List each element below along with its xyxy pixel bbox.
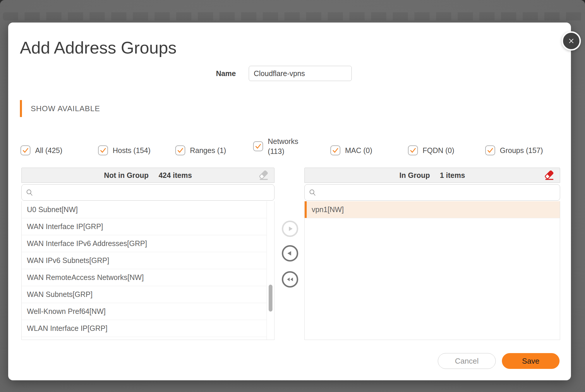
save-button-label: Save [522, 357, 539, 366]
list-item-label: WAN Subnets[GRP] [27, 290, 92, 299]
screen-background: Add Address Groups Name SHOW AVAILABLE A… [0, 0, 585, 392]
list-item-label: WAN Interface IPv6 Addresses[GRP] [27, 239, 147, 248]
in-group-list: vpn1[NW] [305, 201, 560, 340]
not-in-group-search [21, 184, 275, 201]
list-item-label: Well-Known Pref64[NW] [27, 307, 106, 316]
not-in-group-panel: Not in Group 424 items [21, 168, 275, 340]
list-item-label: WLAN Interface IP[GRP] [27, 324, 107, 333]
checkbox-checked-icon[interactable] [20, 145, 30, 155]
double-arrow-left-icon [286, 275, 294, 284]
filter-checkbox-item[interactable]: Hosts (154) [98, 132, 150, 169]
list-item-label: vpn1[NW] [312, 205, 344, 214]
close-button[interactable] [562, 31, 581, 51]
add-address-groups-dialog: Add Address Groups Name SHOW AVAILABLE A… [8, 23, 571, 380]
list-item[interactable]: WAN Subnets[GRP] [22, 286, 267, 303]
checkbox-checked-icon[interactable] [175, 145, 185, 155]
cancel-button-label: Cancel [455, 357, 479, 366]
name-label: Name [207, 69, 236, 78]
arrow-left-icon [286, 249, 294, 258]
in-group-search [304, 184, 560, 201]
filter-checkbox-item[interactable]: FQDN (0) [408, 132, 454, 169]
save-button[interactable]: Save [502, 353, 560, 369]
filter-checkbox-item[interactable]: Networks (113) [253, 128, 303, 164]
show-available-section: SHOW AVAILABLE [20, 100, 100, 117]
filter-checkbox-item[interactable]: Groups (157) [485, 132, 543, 169]
checkbox-checked-icon[interactable] [330, 145, 340, 155]
list-item-label: WAN Interface IP[GRP] [27, 222, 103, 231]
panel-title: Not in Group [104, 171, 149, 180]
panel-title: In Group [399, 171, 430, 180]
in-group-item[interactable]: vpn1[NW] [305, 201, 560, 218]
filter-row: All (425) Hosts (154) [8, 132, 571, 169]
filter-label: Ranges (1) [190, 146, 226, 155]
in-group-search-input[interactable] [316, 188, 560, 197]
filter-checkbox-item[interactable]: All (425) [20, 132, 62, 169]
checkbox-checked-icon[interactable] [485, 145, 495, 155]
list-item[interactable]: WLAN Interface IP[GRP] [22, 320, 267, 337]
checkbox-checked-icon[interactable] [408, 145, 418, 155]
move-all-left-button[interactable] [282, 271, 298, 288]
list-item[interactable]: U0 Subnet[NW] [22, 201, 267, 218]
section-title: SHOW AVAILABLE [31, 104, 100, 113]
section-accent-bar [20, 100, 22, 117]
filter-label: FQDN (0) [423, 146, 454, 155]
not-in-group-list-body: U0 Subnet[NW] WAN Interface IP[GRP] WAN … [21, 201, 275, 340]
filter-label: Groups (157) [500, 146, 543, 155]
move-right-button[interactable] [282, 221, 298, 237]
filter-label: Hosts (154) [113, 146, 150, 155]
list-item-label: WAN IPv6 Subnets[GRP] [27, 256, 109, 265]
not-in-group-header: Not in Group 424 items [21, 168, 275, 183]
list-item-label: WAN RemoteAccess Networks[NW] [27, 273, 144, 282]
in-group-header: In Group 1 items [304, 168, 560, 183]
in-group-list-body: vpn1[NW] [304, 201, 560, 340]
list-item[interactable]: WAN RemoteAccess Networks[NW] [22, 269, 267, 286]
not-in-group-list: U0 Subnet[NW] WAN Interface IP[GRP] WAN … [22, 201, 267, 340]
filter-label: MAC (0) [345, 146, 372, 155]
filter-checkbox-item[interactable]: MAC (0) [330, 132, 372, 169]
filter-label: All (425) [35, 146, 62, 155]
move-left-button[interactable] [282, 245, 298, 262]
eraser-clear-all-icon[interactable] [544, 170, 555, 181]
not-in-group-search-input[interactable] [33, 188, 274, 197]
panel-item-count: 424 items [159, 171, 192, 180]
arrow-right-icon [286, 224, 294, 233]
panel-item-count: 1 items [440, 171, 465, 180]
transfer-button-column [282, 221, 298, 288]
checkbox-checked-icon[interactable] [253, 141, 263, 151]
search-icon [309, 189, 316, 196]
background-blur-artifact [3, 12, 582, 20]
filter-label: Networks (113) [268, 136, 303, 156]
cancel-button[interactable]: Cancel [438, 353, 496, 369]
list-item[interactable]: Well-Known Pref64[NW] [22, 303, 267, 320]
list-item[interactable]: WAN Interface IPv6 Addresses[GRP] [22, 235, 267, 252]
eraser-clear-icon[interactable] [258, 170, 270, 181]
in-group-panel: In Group 1 items [304, 168, 560, 340]
checkbox-checked-icon[interactable] [98, 145, 108, 155]
list-item[interactable]: WAN Interface IP[GRP] [22, 218, 267, 235]
search-icon [26, 189, 33, 196]
dialog-title: Add Address Groups [20, 38, 176, 57]
scrollbar-thumb[interactable] [269, 285, 272, 312]
filter-checkbox-item[interactable]: Ranges (1) [175, 132, 226, 169]
list-item[interactable]: WAN IPv6 Subnets[GRP] [22, 252, 267, 269]
list-item-label: U0 Subnet[NW] [27, 205, 78, 214]
close-icon [567, 37, 576, 45]
name-input[interactable] [249, 66, 352, 81]
